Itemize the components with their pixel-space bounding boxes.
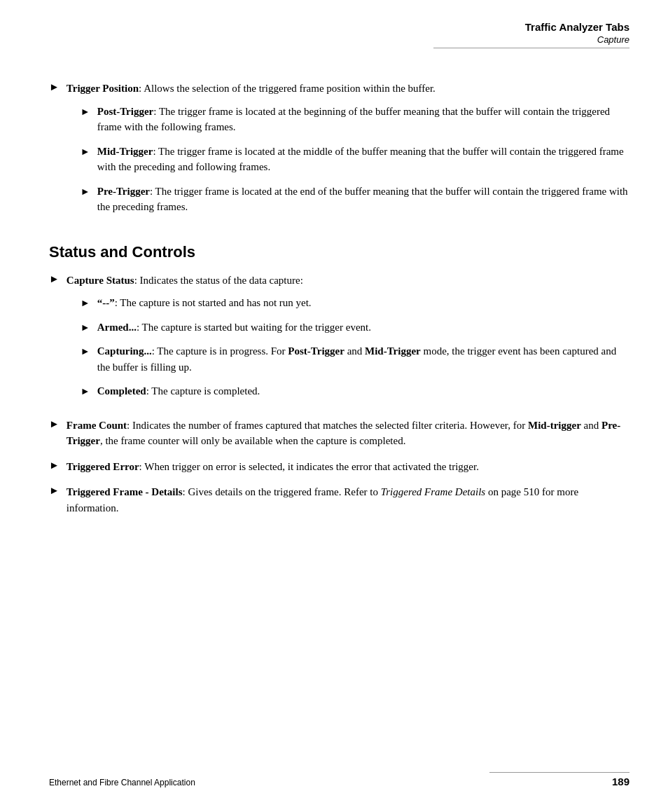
nested-post-trigger: ► Post-Trigger: The trigger frame is loc…	[81, 104, 629, 135]
main-content: ► Trigger Position: Allows the selection…	[49, 81, 629, 525]
capture-status-content: Capture Status: Indicates the status of …	[67, 273, 629, 408]
post-trigger-label: Post-Trigger	[97, 106, 154, 117]
pre-trigger-content: Pre-Trigger: The trigger frame is locate…	[97, 184, 629, 215]
frame-count-mid-trigger: Mid-trigger	[528, 420, 581, 431]
dashes-text: : The capture is not started and has not…	[115, 297, 312, 308]
bullet-triggered-frame-details: ► Triggered Frame - Details: Gives detai…	[49, 484, 629, 516]
bullet-frame-count: ► Frame Count: Indicates the number of f…	[49, 418, 629, 449]
header-subtitle: Capture	[433, 34, 629, 45]
bullet-arrow-icon: ►	[49, 418, 60, 430]
header-divider	[433, 48, 629, 48]
mid-trigger-label: Mid-Trigger	[97, 146, 153, 157]
nested-arrow-icon: ►	[81, 344, 90, 359]
bullet-triggered-error: ► Triggered Error: When trigger on error…	[49, 459, 629, 475]
capture-status-nested: ► “--”: The capture is not started and h…	[81, 295, 629, 399]
armed-text: : The capture is started but waiting for…	[137, 322, 371, 333]
mid-trigger-text: : The trigger frame is located at the mi…	[97, 146, 624, 173]
nested-arrow-icon: ►	[81, 104, 90, 119]
frame-count-text-part2: , the frame counter will only be availab…	[100, 435, 406, 446]
nested-arrow-icon: ►	[81, 296, 90, 310]
pre-trigger-label: Pre-Trigger	[97, 186, 150, 197]
frame-count-content: Frame Count: Indicates the number of fra…	[67, 418, 629, 449]
triggered-frame-details-label: Triggered Frame - Details	[67, 486, 183, 497]
nested-arrow-icon: ►	[81, 184, 90, 199]
dashes-label: “--”	[97, 297, 115, 308]
dashes-content: “--”: The capture is not started and has…	[97, 295, 629, 311]
nested-arrow-icon: ►	[81, 384, 90, 399]
nested-dashes: ► “--”: The capture is not started and h…	[81, 295, 629, 311]
nested-arrow-icon: ►	[81, 320, 90, 335]
completed-label: Completed	[97, 385, 146, 397]
triggered-error-label: Triggered Error	[67, 461, 139, 472]
page-container: Traffic Analyzer Tabs Capture ► Trigger …	[0, 0, 668, 812]
post-trigger-content: Post-Trigger: The trigger frame is locat…	[97, 104, 629, 135]
nested-mid-trigger: ► Mid-Trigger: The trigger frame is loca…	[81, 144, 629, 175]
completed-content: Completed: The capture is completed.	[97, 383, 629, 399]
trigger-position-text: : Allows the selection of the triggered …	[139, 83, 436, 94]
trigger-position-label: Trigger Position	[67, 83, 139, 94]
nested-armed: ► Armed...: The capture is started but w…	[81, 319, 629, 336]
triggered-frame-details-content: Triggered Frame - Details: Gives details…	[67, 484, 629, 516]
capturing-text-part1: : The capture is in progress. For	[152, 345, 288, 357]
capturing-label: Capturing...	[97, 345, 152, 357]
frame-count-label: Frame Count	[67, 420, 127, 431]
bullet-capture-status: ► Capture Status: Indicates the status o…	[49, 273, 629, 408]
page-header: Traffic Analyzer Tabs Capture	[433, 21, 629, 48]
triggered-error-content: Triggered Error: When trigger on error i…	[67, 459, 629, 475]
trigger-position-nested: ► Post-Trigger: The trigger frame is loc…	[81, 104, 629, 215]
armed-label: Armed...	[97, 322, 137, 333]
footer-page-number: 189	[612, 776, 629, 787]
bullet-trigger-position: ► Trigger Position: Allows the selection…	[49, 81, 629, 223]
bullet-arrow-icon: ►	[49, 460, 60, 472]
capture-status-text: : Indicates the status of the data captu…	[134, 275, 303, 286]
triggered-frame-details-text1: : Gives details on the triggered frame. …	[183, 486, 381, 497]
bullet-arrow-icon: ►	[49, 485, 60, 497]
mid-trigger-content: Mid-Trigger: The trigger frame is locate…	[97, 144, 629, 175]
footer-right: 189	[489, 772, 629, 787]
footer-app-name: Ethernet and Fibre Channel Application	[49, 778, 195, 787]
header-title: Traffic Analyzer Tabs	[433, 21, 629, 33]
bullet-arrow-icon: ►	[49, 273, 60, 285]
capturing-mid-trigger: Mid-Trigger	[365, 345, 421, 357]
frame-count-text-part1: : Indicates the number of frames capture…	[127, 420, 528, 431]
completed-text: : The capture is completed.	[146, 385, 260, 397]
pre-trigger-text: : The trigger frame is located at the en…	[97, 186, 628, 213]
triggered-error-text: : When trigger on error is selected, it …	[139, 461, 479, 472]
post-trigger-text: : The trigger frame is located at the be…	[97, 106, 610, 133]
nested-pre-trigger: ► Pre-Trigger: The trigger frame is loca…	[81, 184, 629, 215]
nested-capturing: ► Capturing...: The capture is in progre…	[81, 343, 629, 375]
capturing-post-trigger: Post-Trigger	[288, 345, 345, 357]
section-heading-status-controls: Status and Controls	[49, 243, 629, 261]
nested-arrow-icon: ►	[81, 144, 90, 159]
triggered-frame-details-italic: Triggered Frame Details	[381, 486, 485, 497]
bullet-arrow-icon: ►	[49, 81, 60, 93]
bullet-trigger-position-content: Trigger Position: Allows the selection o…	[67, 81, 629, 223]
nested-completed: ► Completed: The capture is completed.	[81, 383, 629, 399]
footer-divider	[489, 772, 629, 773]
capture-status-label: Capture Status	[67, 275, 134, 286]
capturing-and: and	[345, 345, 365, 357]
frame-count-and: and	[581, 420, 601, 431]
armed-content: Armed...: The capture is started but wai…	[97, 319, 629, 336]
capturing-content: Capturing...: The capture is in progress…	[97, 343, 629, 375]
page-footer: Ethernet and Fibre Channel Application 1…	[49, 772, 629, 787]
